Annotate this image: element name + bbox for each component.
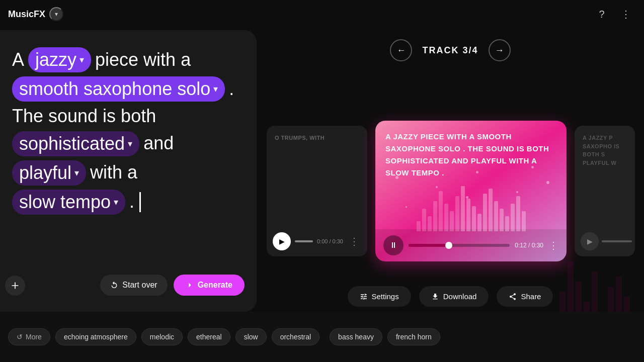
bottom-actions: Settings Download Share: [257, 286, 644, 307]
prev-track-button[interactable]: ←: [390, 39, 412, 61]
track-card-left: O TRUMPS, WITH ▶ 0:00 / 0:30 ⋮: [267, 126, 367, 256]
chip-echoing[interactable]: echoing atmosphere: [55, 328, 136, 345]
download-icon: [431, 293, 439, 301]
share-icon: [509, 293, 517, 301]
more-button-active[interactable]: ⋮: [548, 239, 558, 251]
prompt-suffix1: .: [229, 77, 234, 101]
prompt-with-a: with a: [90, 161, 137, 185]
saxophone-chip-arrow: ▾: [213, 83, 218, 95]
chips-bar: ↺ More echoing atmosphere melodic ethere…: [0, 312, 644, 362]
progress-bar-right[interactable]: [602, 240, 632, 242]
app-logo: MusicFX ▾: [8, 7, 63, 21]
active-time: 0:12 / 0:30: [515, 242, 543, 249]
settings-icon: [360, 293, 368, 301]
playful-chip[interactable]: playful ▾: [12, 160, 86, 186]
partial-player: ▶: [581, 232, 632, 250]
dot-3: [476, 171, 478, 173]
saxophone-chip[interactable]: smooth saxophone solo ▾: [12, 76, 225, 102]
refresh-icon: [110, 281, 118, 289]
logo-dropdown-button[interactable]: ▾: [49, 7, 63, 21]
app-title: MusicFX: [8, 9, 45, 20]
prompt-line-2: smooth saxophone solo ▾ .: [12, 75, 245, 103]
generate-icon: [186, 281, 194, 289]
track-card-left-player: ▶ 0:00 / 0:30 ⋮: [267, 226, 367, 256]
settings-button[interactable]: Settings: [348, 286, 411, 307]
waveform-visual: [375, 181, 567, 231]
share-button[interactable]: Share: [497, 286, 553, 307]
track-cards-row: O TRUMPS, WITH ▶ 0:00 / 0:30 ⋮ A JAZZY P…: [257, 70, 644, 312]
active-progress-fill: [409, 244, 449, 247]
more-options-button[interactable]: ⋮: [616, 4, 636, 24]
prompt-prefix: A: [12, 48, 24, 72]
tracks-container: ← TRACK 3/4 → O TRUMPS, WITH ▶ 0:00 / 0:…: [257, 30, 644, 312]
track-nav-row: ← TRACK 3/4 →: [257, 30, 644, 70]
play-button-left[interactable]: ▶: [273, 232, 291, 250]
prompt-suffix2: .: [129, 190, 134, 214]
more-button-left[interactable]: ⋮: [347, 233, 361, 249]
jazzy-chip-arrow: ▾: [79, 54, 84, 65]
prompt-line-6: slow tempo ▾ .: [12, 189, 245, 216]
track-label: TRACK 3/4: [422, 45, 478, 56]
header: MusicFX ▾ ? ⋮: [0, 0, 644, 28]
prompt-line-4: sophisticated ▾ and: [12, 130, 245, 157]
active-track-text: A JAZZY PIECE WITH A SMOOTH SAXOPHONE SO…: [375, 121, 567, 189]
prompt-text: A jazzy ▾ piece with a smooth saxophone …: [12, 46, 245, 216]
track-card-right: A JAZZY P SAXOPHO IS BOTH S PLAYFUL W ▶: [575, 126, 635, 256]
pause-button[interactable]: ⏸: [383, 235, 404, 255]
start-over-button[interactable]: Start over: [100, 275, 167, 296]
text-cursor: [139, 192, 141, 212]
track-card-right-text: A JAZZY P SAXOPHO IS BOTH S PLAYFUL W: [575, 126, 635, 175]
prompt-line-3: The sound is both: [12, 105, 245, 128]
prompt-line-1: A jazzy ▾ piece with a: [12, 46, 245, 73]
sophisticated-chip[interactable]: sophisticated ▾: [12, 131, 139, 156]
panel-actions: Start over Generate: [12, 275, 245, 296]
active-track-player: ⏸ 0:12 / 0:30 ⋮: [375, 229, 567, 261]
track-card-left-text: O TRUMPS, WITH: [267, 126, 367, 150]
prompt-and: and: [143, 132, 174, 155]
time-label-left: 0:00 / 0:30: [317, 238, 343, 244]
chip-more[interactable]: ↺ More: [8, 328, 50, 345]
play-button-right[interactable]: ▶: [581, 232, 599, 250]
chip-orchestral[interactable]: orchestral: [272, 328, 319, 345]
jazzy-chip[interactable]: jazzy ▾: [28, 47, 91, 72]
slow-tempo-chip-arrow: ▾: [114, 197, 118, 208]
sophisticated-chip-arrow: ▾: [128, 138, 132, 149]
next-track-button[interactable]: →: [489, 39, 511, 61]
slow-tempo-chip[interactable]: slow tempo ▾: [12, 190, 125, 215]
chip-slow[interactable]: slow: [235, 328, 267, 345]
progress-thumb: [445, 242, 452, 249]
active-progress-bar[interactable]: [409, 244, 510, 247]
progress-bar-left[interactable]: [295, 240, 313, 242]
download-button[interactable]: Download: [419, 286, 489, 307]
dot-8: [531, 166, 534, 168]
prompt-line2: The sound is both: [12, 105, 156, 128]
generate-button[interactable]: Generate: [174, 275, 245, 296]
chip-french-horn[interactable]: french horn: [387, 328, 440, 345]
chip-melodic[interactable]: melodic: [141, 328, 183, 345]
prompt-panel: A jazzy ▾ piece with a smooth saxophone …: [0, 30, 257, 312]
more-icon: ↺: [17, 333, 23, 341]
chip-ethereal[interactable]: ethereal: [188, 328, 230, 345]
dot-1: [395, 176, 398, 179]
chip-bass-heavy[interactable]: bass heavy: [330, 328, 382, 345]
help-button[interactable]: ?: [592, 4, 612, 24]
prompt-middle1: piece with a: [95, 48, 191, 72]
header-right: ? ⋮: [592, 4, 636, 24]
track-card-active: A JAZZY PIECE WITH A SMOOTH SAXOPHONE SO…: [375, 121, 567, 261]
prompt-line-5: playful ▾ with a: [12, 159, 245, 187]
playful-chip-arrow: ▾: [74, 167, 79, 178]
